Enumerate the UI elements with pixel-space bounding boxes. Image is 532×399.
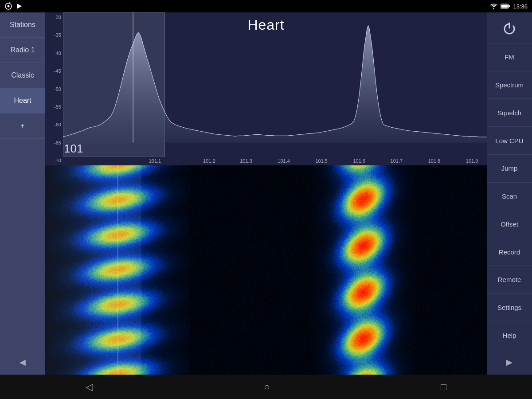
spectrum-button[interactable]: Spectrum xyxy=(487,71,532,99)
settings-button[interactable]: Settings xyxy=(487,294,532,322)
recent-nav-button[interactable]: □ xyxy=(427,377,460,397)
spectrum-graph xyxy=(63,12,487,143)
y-axis: -30 -35 -40 -45 -50 -55 -60 -65 -70 xyxy=(45,12,63,165)
help-button[interactable]: Help xyxy=(487,321,532,349)
sidebar-item-heart[interactable]: Heart xyxy=(0,88,45,113)
fm-button[interactable]: FM xyxy=(487,43,532,71)
jump-button[interactable]: Jump xyxy=(487,155,532,183)
waterfall-area xyxy=(45,165,487,375)
svg-rect-5 xyxy=(509,5,510,7)
svg-rect-6 xyxy=(501,5,508,8)
svg-marker-3 xyxy=(17,4,22,9)
radio-icon xyxy=(4,2,12,10)
battery-icon xyxy=(501,4,510,9)
spectrum-area[interactable]: -30 -35 -40 -45 -50 -55 -60 -65 -70 Hear… xyxy=(45,12,487,165)
main-area: Stations Radio 1 Classic Heart + ◀ -30 -… xyxy=(0,12,532,375)
play-icon xyxy=(16,3,22,9)
sidebar-item-classic[interactable]: Classic xyxy=(0,63,45,88)
sidebar-back-button[interactable]: ◀ xyxy=(0,349,45,375)
svg-point-1 xyxy=(8,5,10,8)
left-sidebar: Stations Radio 1 Classic Heart + ◀ xyxy=(0,12,45,375)
remote-button[interactable]: Remote xyxy=(487,266,532,294)
clock: 13:36 xyxy=(513,3,528,10)
power-button[interactable] xyxy=(487,12,532,43)
power-icon xyxy=(501,20,518,36)
sidebar-add-button[interactable]: + xyxy=(0,113,45,139)
record-button[interactable]: Record xyxy=(487,238,532,266)
center-content: -30 -35 -40 -45 -50 -55 -60 -65 -70 Hear… xyxy=(45,12,487,375)
nav-bar: ◁ ○ □ xyxy=(0,375,532,399)
right-sidebar: FM Spectrum Squelch Low CPU Jump Scan Of… xyxy=(487,12,532,375)
scan-button[interactable]: Scan xyxy=(487,183,532,211)
squelch-button[interactable]: Squelch xyxy=(487,99,532,127)
status-bar-right: 13:36 xyxy=(490,3,528,10)
waterfall-canvas xyxy=(45,165,487,375)
back-nav-button[interactable]: ◁ xyxy=(72,377,106,397)
offset-button[interactable]: Offset xyxy=(487,210,532,238)
sidebar-item-radio1[interactable]: Radio 1 xyxy=(0,38,45,63)
home-nav-button[interactable]: ○ xyxy=(250,377,283,397)
low-cpu-button[interactable]: Low CPU xyxy=(487,127,532,155)
status-bar: 13:36 xyxy=(0,0,532,12)
forward-button[interactable]: ▶ xyxy=(487,349,532,375)
sidebar-item-stations[interactable]: Stations xyxy=(0,12,45,38)
wifi-icon xyxy=(490,3,498,9)
freq-axis: 101.1 101.2 101.3 101.4 101.5 101.6 101.… xyxy=(63,156,487,165)
status-bar-left xyxy=(4,2,22,10)
